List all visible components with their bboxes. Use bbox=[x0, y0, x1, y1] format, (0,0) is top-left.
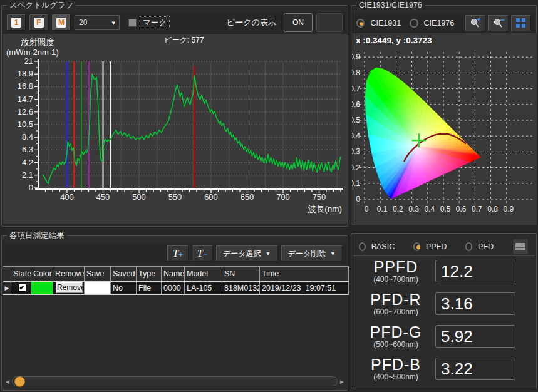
col-header-type: Type bbox=[137, 267, 162, 282]
col-header-model: Model bbox=[185, 267, 222, 282]
metric-pfd-g: PFD-G (500~600nm) 5.92 bbox=[351, 324, 537, 353]
peak-annotation: ピーク: 577 bbox=[164, 36, 204, 44]
chevron-down-icon: ▼ bbox=[266, 250, 271, 257]
svg-text:0.9: 0.9 bbox=[352, 53, 360, 61]
svg-text:0.4: 0.4 bbox=[424, 205, 435, 214]
type-cell: File bbox=[137, 282, 162, 295]
metric-name: PPFD bbox=[355, 259, 437, 276]
metric-label: PFD-R (600~700nm) bbox=[355, 291, 437, 316]
cie1976-radio-label[interactable]: CIE1976 bbox=[424, 19, 455, 28]
text-add-button[interactable]: T + bbox=[167, 245, 189, 262]
horizontal-scrollbar[interactable]: ◄ ► bbox=[3, 375, 346, 388]
svg-text:0.7: 0.7 bbox=[472, 205, 482, 214]
layout-grid-button[interactable] bbox=[512, 239, 529, 255]
data-delete-label: データ削除 bbox=[288, 249, 326, 259]
svg-text:650: 650 bbox=[241, 192, 254, 202]
cie1931-radio[interactable] bbox=[356, 19, 365, 28]
view-m-icon: M bbox=[56, 18, 66, 28]
basic-radio-label[interactable]: BASIC bbox=[371, 242, 395, 251]
col-header-state: State bbox=[11, 267, 31, 282]
svg-text:0.9: 0.9 bbox=[503, 205, 514, 214]
scroll-left-icon[interactable]: ◄ bbox=[3, 378, 12, 385]
view-1-button[interactable]: 1 bbox=[7, 14, 26, 31]
svg-text:10.5: 10.5 bbox=[18, 120, 33, 129]
col-header-color: Color bbox=[31, 267, 53, 282]
ppfd-radio-label[interactable]: PPFD bbox=[426, 242, 447, 251]
row-selector-header bbox=[3, 267, 11, 282]
measure-panel: BASIC PPFD PFD PPFD (400~700nm) 12.2 PFD… bbox=[351, 233, 537, 389]
svg-text:6.3: 6.3 bbox=[22, 145, 33, 154]
spectrum-chart: 40045050055060065070075002.14.26.38.410.… bbox=[3, 34, 348, 224]
plus-icon: + bbox=[178, 246, 183, 264]
data-select-button[interactable]: データ選択 ▼ bbox=[216, 245, 277, 262]
spectrum-toolbar: 1 F M 20 ▾ マーク ピークの表示 ON bbox=[3, 12, 346, 33]
svg-text:600: 600 bbox=[204, 192, 218, 202]
metric-range: (400~500nm) bbox=[355, 373, 437, 381]
metric-range: (600~700nm) bbox=[355, 308, 437, 316]
svg-text:0.8: 0.8 bbox=[487, 205, 498, 214]
col-header-sn: SN bbox=[222, 267, 260, 282]
data-delete-button[interactable]: データ削除 ▼ bbox=[281, 245, 343, 262]
metric-ppfd: PPFD (400~700nm) 12.2 bbox=[351, 259, 537, 287]
svg-text:0: 0 bbox=[365, 205, 369, 214]
col-header-time: Time bbox=[260, 267, 349, 282]
zoom-out-icon bbox=[492, 18, 505, 29]
interval-value: 20 bbox=[79, 18, 111, 27]
svg-text:21: 21 bbox=[24, 56, 33, 66]
col-header-saved: Saved bbox=[111, 267, 137, 282]
cie1931-radio-label[interactable]: CIE1931 bbox=[370, 19, 401, 28]
grid-icon bbox=[515, 243, 525, 250]
svg-text:500: 500 bbox=[132, 192, 146, 202]
text-add-glyph: T bbox=[173, 246, 178, 261]
svg-text:0.5: 0.5 bbox=[440, 205, 451, 214]
app-window: スペクトルグラフ 1 F M 20 ▾ マーク ピークの表示 ON 400450… bbox=[0, 0, 538, 392]
save-cell[interactable] bbox=[85, 282, 111, 295]
scrollbar-thumb[interactable] bbox=[14, 376, 25, 387]
svg-text:0: 0 bbox=[29, 183, 33, 192]
zoom-out-button[interactable] bbox=[488, 15, 508, 31]
cie-toolbar: CIE1931 CIE1976 bbox=[353, 13, 535, 33]
spectrum-graph-panel: スペクトルグラフ 1 F M 20 ▾ マーク ピークの表示 ON 400450… bbox=[1, 5, 348, 227]
pfd-radio[interactable] bbox=[465, 242, 472, 251]
basic-radio[interactable] bbox=[359, 242, 366, 251]
metric-pfd-b: PFD-B (400~500nm) 3.22 bbox=[351, 356, 537, 385]
scroll-right-icon[interactable]: ► bbox=[338, 378, 346, 385]
results-table: State Color Remove Save Saved Type Name … bbox=[3, 266, 349, 295]
sn-cell: 818M0132 bbox=[222, 282, 260, 295]
mark-label[interactable]: マーク bbox=[140, 17, 169, 29]
cie-panel: CIE1931/CIE1976 CIE1931 CIE1976 bbox=[351, 5, 537, 225]
zoom-fit-button[interactable] bbox=[511, 15, 531, 31]
peak-toggle-on-button[interactable]: ON bbox=[284, 13, 313, 32]
svg-text:0.1: 0.1 bbox=[377, 205, 388, 214]
peak-toggle-off-button[interactable] bbox=[316, 13, 343, 32]
svg-text:14.7: 14.7 bbox=[18, 95, 33, 104]
ppfd-radio[interactable] bbox=[413, 242, 420, 251]
scrollbar-track[interactable] bbox=[12, 376, 338, 386]
view-m-button[interactable]: M bbox=[52, 14, 71, 31]
peak-display-label: ピークの表示 bbox=[227, 17, 276, 28]
view-f-button[interactable]: F bbox=[29, 14, 48, 31]
mark-checkbox[interactable] bbox=[128, 19, 137, 27]
svg-text:750: 750 bbox=[313, 192, 326, 202]
row-color-cell bbox=[31, 282, 53, 295]
interval-select[interactable]: 20 ▾ bbox=[75, 15, 120, 30]
view-f-icon: F bbox=[34, 18, 44, 28]
row-selector[interactable]: ▶ bbox=[3, 282, 11, 295]
svg-text:550: 550 bbox=[168, 192, 182, 202]
zoom-in-button[interactable] bbox=[465, 15, 485, 31]
metric-value: 3.22 bbox=[435, 358, 515, 380]
col-header-remove: Remove bbox=[53, 267, 85, 282]
svg-text:450: 450 bbox=[96, 192, 110, 202]
cie1976-radio[interactable] bbox=[410, 19, 418, 28]
text-remove-button[interactable]: T − bbox=[192, 245, 213, 262]
col-header-save: Save bbox=[85, 267, 111, 282]
cie-chart: 000.10.10.20.20.30.30.40.40.50.50.60.60.… bbox=[352, 33, 537, 225]
svg-text:2.1: 2.1 bbox=[22, 170, 33, 180]
pfd-radio-label[interactable]: PFD bbox=[478, 242, 494, 251]
remove-cell: Remove bbox=[53, 282, 85, 295]
remove-button[interactable]: Remove bbox=[56, 282, 83, 293]
svg-text:(mWm-2nm-1): (mWm-2nm-1) bbox=[6, 48, 59, 57]
chevron-down-icon: ▾ bbox=[111, 19, 115, 27]
metric-name: PFD-B bbox=[355, 356, 437, 373]
state-checkbox[interactable]: ✔ bbox=[18, 284, 26, 292]
